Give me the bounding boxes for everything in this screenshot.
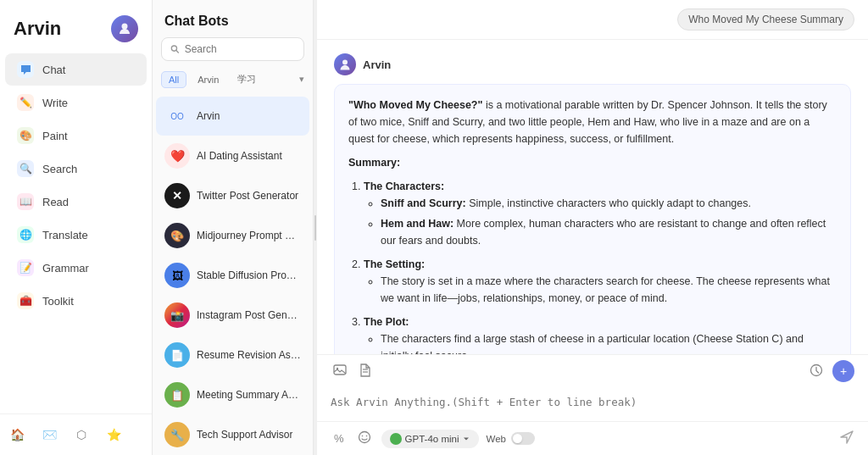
grammar-nav-icon: 📝 — [17, 259, 34, 276]
svg-point-0 — [122, 24, 128, 30]
bots-list: OO Arvin ❤️ AI Dating Assistant ✕ Twitte… — [153, 96, 313, 455]
sidebar-item-read[interactable]: 📖 Read — [5, 186, 147, 218]
svg-rect-4 — [334, 365, 346, 375]
topic-badge[interactable]: Who Moved My Cheese Summary — [677, 8, 854, 31]
bot-avatar-midjourney: 🎨 — [164, 223, 190, 248]
search-nav-icon: 🔍 — [17, 160, 34, 177]
web-label: Web — [486, 434, 505, 444]
chat-nav-icon — [17, 61, 34, 78]
search-input[interactable] — [185, 43, 295, 55]
svg-point-3 — [342, 60, 348, 65]
history-icon[interactable] — [807, 361, 826, 382]
sidebar-item-write[interactable]: ✏️ Write — [5, 86, 147, 119]
left-sidebar: Arvin Chat ✏️ Write 🎨 Paint 🔍 — [0, 0, 153, 455]
sidebar-bottom-bar: 🏠 ✉️ ⬡ ⭐ — [0, 413, 152, 455]
chat-top-bar: Who Moved My Cheese Summary — [317, 0, 868, 40]
translate-nav-icon: 🌐 — [17, 226, 34, 243]
bot-name-twitter: Twitter Post Generator — [197, 190, 298, 202]
svg-point-1 — [171, 46, 176, 51]
chat-actions-bar: + — [317, 354, 868, 387]
bot-name-resume: Resume Revision Assis... — [197, 349, 301, 361]
filter-more-button[interactable]: ▾ — [299, 74, 304, 85]
search-box[interactable] — [161, 37, 304, 61]
sidebar-item-chat[interactable]: Chat — [5, 53, 147, 86]
document-action-icon[interactable] — [356, 361, 374, 382]
summary-label: Summary: — [348, 154, 837, 171]
section-setting: The Setting: The story is set in a maze … — [364, 256, 837, 307]
model-name: GPT-4o mini — [405, 434, 459, 444]
bot-avatar-ai-dating: ❤️ — [164, 143, 190, 169]
bot-name-midjourney: Midjourney Prompt Ge... — [197, 230, 301, 241]
model-chevron-icon — [462, 435, 470, 443]
sidebar-label-chat: Chat — [42, 64, 65, 76]
image-action-icon[interactable] — [331, 361, 349, 382]
sidebar-label-translate: Translate — [42, 229, 88, 241]
bot-avatar-arvin: OO — [164, 103, 190, 129]
sender-avatar — [334, 53, 356, 75]
sidebar-label-paint: Paint — [42, 130, 68, 142]
bot-avatar-instagram: 📸 — [164, 302, 190, 328]
filter-tab-all[interactable]: All — [161, 71, 186, 88]
chat-area: Who Moved My Cheese Summary Arvin "Who M… — [317, 0, 868, 455]
bot-item-resume[interactable]: 📄 Resume Revision Assis... — [156, 336, 309, 375]
sidebar-label-write: Write — [42, 97, 68, 109]
slash-command-icon[interactable]: % — [331, 430, 348, 447]
bot-item-midjourney[interactable]: 🎨 Midjourney Prompt Ge... — [156, 216, 309, 255]
mail-icon[interactable]: ✉️ — [37, 423, 61, 447]
filter-tab-arvin[interactable]: Arvin — [190, 71, 226, 88]
attach-button[interactable]: + — [832, 360, 854, 382]
sender-name: Arvin — [363, 58, 391, 71]
bot-item-twitter[interactable]: ✕ Twitter Post Generator — [156, 176, 309, 215]
sidebar-item-search[interactable]: 🔍 Search — [5, 153, 147, 185]
section-characters: The Characters: Sniff and Scurry: Simple… — [364, 178, 837, 249]
message-content: "Who Moved My Cheese?" is a motivational… — [334, 84, 851, 354]
bot-item-meeting[interactable]: 📋 Meeting Summary Ass... — [156, 375, 309, 414]
bot-item-ai-dating[interactable]: ❤️ AI Dating Assistant — [156, 136, 309, 175]
message-sender: Arvin — [334, 53, 851, 75]
section-plot: The Plot: The characters find a large st… — [364, 314, 837, 354]
bot-name-meeting: Meeting Summary Ass... — [197, 389, 301, 401]
sidebar-item-translate[interactable]: 🌐 Translate — [5, 219, 147, 251]
web-toggle[interactable]: Web — [486, 432, 534, 445]
user-avatar[interactable] — [111, 15, 138, 42]
write-nav-icon: ✏️ — [17, 94, 34, 111]
chat-input[interactable] — [331, 392, 854, 412]
sidebar-label-search: Search — [42, 163, 77, 175]
star-icon[interactable]: ⭐ — [102, 423, 125, 447]
paint-nav-icon: 🎨 — [17, 127, 34, 144]
nav-menu: Chat ✏️ Write 🎨 Paint 🔍 Search 📖 Read 🌐 … — [0, 53, 152, 318]
bot-item-tech-support[interactable]: 🔧 Tech Support Advisor — [156, 415, 309, 454]
web-toggle-switch[interactable] — [511, 432, 535, 445]
emoji-icon[interactable] — [354, 429, 375, 448]
bot-avatar-tech-support: 🔧 — [164, 422, 190, 447]
bot-item-stable-diffusion[interactable]: 🖼 Stable Diffusion Prom... — [156, 256, 309, 295]
svg-line-2 — [176, 50, 179, 53]
sidebar-item-toolkit[interactable]: 🧰 Toolkit — [5, 285, 147, 317]
bot-avatar-twitter: ✕ — [164, 183, 190, 208]
sidebar-item-grammar[interactable]: 📝 Grammar — [5, 252, 147, 284]
sidebar-label-grammar: Grammar — [42, 262, 89, 275]
bot-name-arvin: Arvin — [197, 110, 220, 122]
bot-name-instagram: Instagram Post Genera... — [197, 309, 301, 321]
sidebar-item-paint[interactable]: 🎨 Paint — [5, 119, 147, 152]
chat-messages: Arvin "Who Moved My Cheese?" is a motiva… — [317, 40, 868, 354]
home-icon[interactable]: 🏠 — [5, 423, 29, 447]
filter-tab-study[interactable]: 学习 — [230, 69, 264, 89]
bot-avatar-meeting: 📋 — [164, 382, 190, 408]
sidebar-label-toolkit: Toolkit — [42, 295, 74, 308]
message-intro: "Who Moved My Cheese?" is a motivational… — [348, 97, 837, 147]
app-title-bar: Arvin — [0, 0, 152, 53]
svg-point-10 — [361, 436, 363, 437]
search-box-icon — [170, 44, 180, 54]
summary-list: The Characters: Sniff and Scurry: Simple… — [348, 178, 837, 354]
model-selector[interactable]: GPT-4o mini — [381, 430, 480, 448]
bot-avatar-resume: 📄 — [164, 342, 190, 368]
bot-name-ai-dating: AI Dating Assistant — [197, 150, 282, 162]
svg-point-11 — [365, 436, 367, 437]
bot-item-arvin[interactable]: OO Arvin — [156, 97, 309, 136]
chat-input-area[interactable] — [317, 387, 868, 421]
send-button[interactable] — [839, 430, 854, 448]
filter-tabs: All Arvin 学习 ▾ — [153, 69, 313, 96]
bot-item-instagram[interactable]: 📸 Instagram Post Genera... — [156, 296, 309, 335]
chrome-icon[interactable]: ⬡ — [70, 423, 93, 447]
